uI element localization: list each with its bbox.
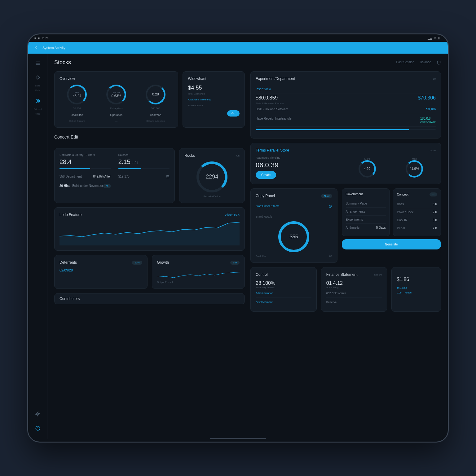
cmp-card: Concept— Boss5.0 Power Back2.0 Cool IR5.…: [393, 188, 441, 236]
create-button[interactable]: Create: [256, 171, 276, 179]
chevron-left-icon[interactable]: [33, 45, 39, 51]
calendar-icon: [166, 175, 170, 178]
contracts-card: Contracts & Library · 8 users 28.4 358 D…: [54, 148, 175, 203]
sidebar-label: Stats: [35, 85, 40, 87]
mini-card: GrowthEdit Output Formal: [152, 255, 245, 289]
section-title: Concert Edit: [54, 134, 245, 139]
terms-card: Terms Parallel StoreDone Automated Timel…: [250, 143, 441, 184]
status-bar: ■■11:20 ▂▃⊙▮: [28, 34, 448, 42]
tablet-frame: ■■11:20 ▂▃⊙▮ System Activity Stats Data …: [27, 33, 449, 443]
gauge: 0.28 586,060 Castrhan Bill and Adoption: [138, 85, 173, 122]
feature-chart: [60, 221, 240, 245]
tag-icon[interactable]: [33, 73, 42, 82]
svg-rect-3: [166, 176, 169, 178]
bottom-card: Finance Statement$55.00 01 4.12 Advertis…: [321, 267, 387, 312]
power-icon[interactable]: [33, 424, 42, 433]
sidebar-label: External: [34, 108, 42, 110]
card-title: Overview: [60, 77, 75, 81]
shield-icon[interactable]: [437, 60, 441, 65]
bolt-icon[interactable]: [33, 409, 42, 419]
overview-card: Overview 98%48.24 36,500 Deal Start Coba…: [54, 71, 178, 128]
feature-card: Lodo FeatureAlbum 80%: [54, 207, 245, 251]
main-content: Stocks Past Session Balance Overview: [47, 54, 448, 439]
home-indicator[interactable]: [210, 438, 266, 439]
svg-point-0: [36, 99, 40, 103]
mini-card: Deterrents60% 02/09/28: [54, 255, 148, 289]
bottom-card: Control 28 100% Summary Details Administ…: [250, 267, 317, 312]
banner-text: System Activity: [42, 46, 65, 50]
generate-button[interactable]: Generate: [342, 239, 441, 249]
sidebar-label: Data: [35, 89, 40, 91]
gauge: Bench0.63% Enterprises Operation —: [99, 85, 134, 122]
sidebar-label: Time: [35, 113, 40, 115]
experiment-card: Experiment/Department10 Insert View $80.…: [250, 71, 441, 139]
svg-point-4: [329, 205, 332, 208]
copy-panel-card: Copy PanelAllow Start Under Effects Bran…: [250, 188, 337, 263]
card-title: Widewhant: [188, 77, 206, 81]
rocks-card: RocksOn 2294 Reported Value: [179, 148, 245, 203]
hdr-tab[interactable]: Balance: [420, 60, 431, 65]
top-banner: System Activity: [28, 42, 448, 54]
target-icon: [328, 205, 332, 208]
bottom-card: $1.86 $9.4 00.4 0.06 — 0.086: [391, 267, 441, 312]
go-button[interactable]: Go: [227, 110, 240, 117]
cmp-card: Government Summary Page Arrangements Exp…: [342, 188, 390, 236]
widewhant-card: Widewhant $4.55 Total Exchange Advanced …: [183, 71, 245, 128]
menu-icon[interactable]: [33, 59, 42, 68]
target-icon[interactable]: [33, 96, 42, 106]
metric-value: $80.0.859 $70,306: [256, 94, 436, 102]
svg-point-5: [330, 206, 331, 207]
gauge: 98%48.24 36,500 Deal Start Cobalt Stream: [60, 85, 95, 122]
mini-card: Contributors: [54, 293, 245, 304]
page-title: Stocks: [54, 59, 396, 66]
svg-point-1: [37, 100, 38, 102]
hdr-tab[interactable]: Past Session: [396, 60, 414, 65]
sidebar: Stats Data External Time: [28, 54, 47, 439]
